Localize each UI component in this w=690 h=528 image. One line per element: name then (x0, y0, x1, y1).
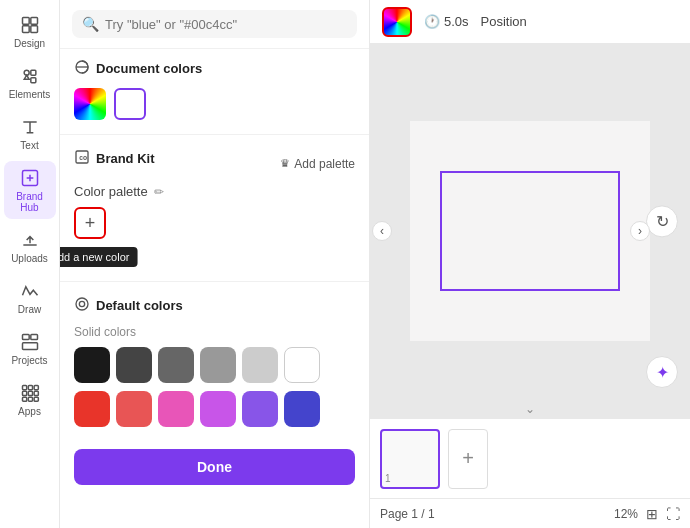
sidebar-item-elements[interactable]: Elements (4, 59, 56, 106)
accent-color-swatch[interactable] (116, 391, 152, 427)
default-colors-label: Default colors (96, 298, 183, 313)
sidebar-item-uploads-label: Uploads (11, 253, 48, 264)
plus-icon: + (85, 214, 96, 232)
sparkle-button[interactable]: ✦ (646, 356, 678, 388)
uploads-icon (19, 229, 41, 251)
svg-rect-1 (30, 18, 37, 25)
solid-color-swatch[interactable] (116, 347, 152, 383)
elements-icon (19, 65, 41, 87)
solid-colors-label: Solid colors (74, 325, 355, 339)
solid-color-swatch[interactable] (284, 347, 320, 383)
accent-color-swatch[interactable] (74, 391, 110, 427)
color-palette-row: Color palette ✏ (74, 184, 355, 199)
page-thumbnail[interactable]: 1 (380, 429, 440, 489)
solid-color-swatch[interactable] (242, 347, 278, 383)
svg-rect-9 (30, 335, 37, 340)
sidebar-item-draw[interactable]: Draw (4, 274, 56, 321)
sidebar-item-apps-label: Apps (18, 406, 41, 417)
scroll-left-button[interactable]: ‹ (372, 221, 392, 241)
svg-rect-19 (34, 397, 38, 401)
white-purple-swatch[interactable] (114, 88, 146, 120)
document-colors-icon (74, 59, 90, 78)
projects-icon (19, 331, 41, 353)
svg-rect-2 (22, 26, 29, 33)
color-search-input[interactable] (105, 17, 347, 32)
svg-point-23 (76, 298, 88, 310)
sidebar-item-design-label: Design (14, 38, 45, 49)
sidebar-item-brand-hub[interactable]: Brand Hub (4, 161, 56, 219)
sidebar-item-elements-label: Elements (9, 89, 51, 100)
accent-color-swatch[interactable] (200, 391, 236, 427)
canvas-toolbar: 🕐 5.0s Position (370, 0, 690, 44)
svg-rect-6 (30, 78, 35, 83)
timer-control[interactable]: 🕐 5.0s (424, 14, 469, 29)
fullscreen-icon[interactable]: ⛶ (666, 506, 680, 522)
sidebar-item-projects[interactable]: Projects (4, 325, 56, 372)
draw-icon (19, 280, 41, 302)
page-number-label: 1 (385, 473, 391, 484)
page-info: Page 1 / 1 (380, 507, 435, 521)
accent-color-swatch[interactable] (158, 391, 194, 427)
default-colors-icon (74, 296, 90, 315)
brand-kit-section: co Brand Kit ♛ Add palette Color palette… (60, 139, 369, 277)
svg-rect-12 (28, 386, 32, 390)
document-colors-label: Document colors (96, 61, 202, 76)
solid-color-swatch[interactable] (74, 347, 110, 383)
svg-rect-15 (28, 391, 32, 395)
document-colors-section: Document colors (60, 49, 369, 130)
rotate-button[interactable]: ↻ (646, 205, 678, 237)
color-panel: 🔍 Document colors (60, 0, 370, 528)
edit-palette-icon[interactable]: ✏ (154, 185, 164, 199)
solid-color-swatch[interactable] (200, 347, 236, 383)
footer-right: 12% ⊞ ⛶ (614, 506, 680, 522)
color-picker-button[interactable] (382, 7, 412, 37)
add-color-wrapper: + Add a new color (74, 207, 106, 239)
timer-value: 5.0s (444, 14, 469, 29)
sidebar-item-draw-label: Draw (18, 304, 41, 315)
svg-rect-14 (22, 391, 26, 395)
document-color-swatches (74, 88, 355, 120)
canvas-footer: Page 1 / 1 12% ⊞ ⛶ (370, 498, 690, 528)
add-color-tooltip: Add a new color (60, 247, 137, 267)
sidebar-item-uploads[interactable]: Uploads (4, 223, 56, 270)
canvas-bottom-bar: 1 + (370, 418, 690, 498)
add-palette-label: Add palette (294, 157, 355, 171)
canvas-rectangle[interactable] (440, 171, 620, 291)
svg-text:co: co (79, 154, 87, 161)
svg-rect-16 (34, 391, 38, 395)
done-button[interactable]: Done (74, 449, 355, 485)
sidebar-item-design[interactable]: Design (4, 8, 56, 55)
sidebar-item-apps[interactable]: Apps (4, 376, 56, 423)
add-page-button[interactable]: + (448, 429, 488, 489)
grid-view-icon[interactable]: ⊞ (646, 506, 658, 522)
canvas-area: 🕐 5.0s Position ↻ ✦ ‹ › ⌄ 1 + Page 1 / 1… (370, 0, 690, 528)
document-colors-title: Document colors (74, 59, 355, 78)
solid-color-swatch[interactable] (158, 347, 194, 383)
accent-color-swatch[interactable] (242, 391, 278, 427)
svg-rect-3 (30, 26, 37, 33)
svg-rect-10 (22, 343, 37, 350)
clock-icon: 🕐 (424, 14, 440, 29)
crown-icon: ♛ (280, 157, 290, 170)
sidebar-item-brand-hub-label: Brand Hub (8, 191, 52, 213)
scroll-down-arrow[interactable]: ⌄ (525, 402, 535, 416)
sidebar-item-text-label: Text (20, 140, 38, 151)
position-button[interactable]: Position (481, 14, 527, 29)
color-palette-label: Color palette (74, 184, 148, 199)
search-input-wrapper: 🔍 (72, 10, 357, 38)
svg-rect-5 (30, 70, 35, 75)
apps-icon (19, 382, 41, 404)
svg-rect-11 (22, 386, 26, 390)
svg-rect-0 (22, 18, 29, 25)
add-color-button[interactable]: + (74, 207, 106, 239)
add-palette-button[interactable]: ♛ Add palette (280, 157, 355, 171)
rainbow-swatch[interactable] (74, 88, 106, 120)
default-colors-section: Default colors Solid colors (60, 286, 369, 437)
scroll-right-button[interactable]: › (630, 221, 650, 241)
sidebar-item-text[interactable]: Text (4, 110, 56, 157)
svg-rect-18 (28, 397, 32, 401)
brand-kit-title: co Brand Kit (74, 149, 155, 168)
accent-color-swatch[interactable] (284, 391, 320, 427)
canvas-page (410, 121, 650, 341)
accent-color-grid (74, 391, 355, 427)
